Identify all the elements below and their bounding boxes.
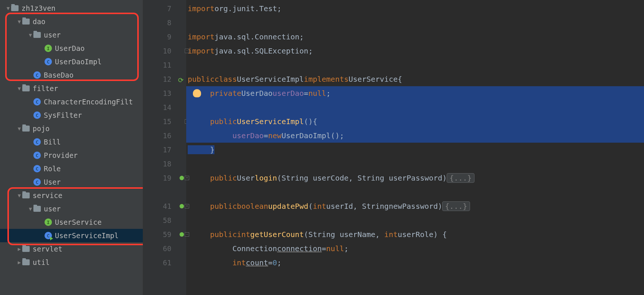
- folded-code-region[interactable]: {...}: [442, 201, 470, 211]
- tree-folder-dao[interactable]: dao: [0, 15, 143, 28]
- line-number[interactable]: 8: [143, 16, 186, 30]
- tree-label: User: [44, 178, 61, 186]
- class-icon: [33, 71, 41, 79]
- chevron-down-icon[interactable]: [16, 19, 22, 25]
- code-line[interactable]: int count = 0;: [186, 256, 644, 270]
- line-number[interactable]: 16: [143, 129, 186, 143]
- folder-icon: [22, 126, 30, 132]
- tree-folder-pojo[interactable]: pojo: [0, 122, 143, 135]
- line-number[interactable]: 9: [143, 30, 186, 44]
- line-number[interactable]: 18: [143, 157, 186, 171]
- tree-file-userdao[interactable]: UserDao: [0, 42, 143, 55]
- line-number[interactable]: 7: [143, 1, 186, 16]
- folded-code-region[interactable]: {...}: [447, 173, 474, 183]
- code-line[interactable]: public int getUserCount(String userName,…: [186, 227, 644, 241]
- tree-file-basedao[interactable]: BaseDao: [0, 68, 143, 82]
- line-number[interactable]: 12⟳: [143, 72, 186, 86]
- tree-label: servlet: [33, 245, 62, 253]
- chevron-down-icon[interactable]: [27, 32, 33, 38]
- chevron-down-icon[interactable]: [27, 206, 33, 212]
- line-number[interactable]: 61: [143, 256, 186, 270]
- tree-label: Provider: [44, 151, 78, 159]
- code-line[interactable]: public UserServiceImpl(){: [186, 114, 644, 129]
- tree-folder-service-user[interactable]: user: [0, 202, 143, 215]
- folder-icon: [22, 19, 30, 25]
- code-area[interactable]: import org.junit.Test; import java.sql.C…: [186, 0, 644, 295]
- tree-label: Bill: [44, 138, 61, 146]
- class-icon: [33, 152, 41, 159]
- tree-label: BaseDao: [44, 71, 73, 79]
- run-gutter-icon[interactable]: ⟳: [178, 76, 184, 82]
- code-line[interactable]: [186, 58, 644, 72]
- line-number[interactable]: 59−: [143, 227, 186, 241]
- class-icon: [33, 178, 41, 186]
- tree-file-user[interactable]: User: [0, 175, 143, 189]
- tree-root-folder[interactable]: zh1z3ven: [0, 1, 143, 15]
- project-tree-sidebar: zh1z3ven dao user UserDao UserDaoImpl Ba…: [0, 0, 143, 295]
- folder-icon: [22, 246, 30, 252]
- class-icon: [33, 165, 41, 172]
- chevron-right-icon[interactable]: [16, 259, 22, 265]
- code-editor[interactable]: 7 8 9 10− 11 12⟳ 13 14 15− 16 17 18 19+ …: [143, 0, 644, 295]
- tree-file-role[interactable]: Role: [0, 162, 143, 175]
- override-gutter-icon[interactable]: [180, 176, 184, 180]
- tree-label: util: [33, 258, 50, 266]
- tree-file-userservice[interactable]: UserService: [0, 215, 143, 229]
- line-number[interactable]: 58: [143, 213, 186, 227]
- code-line[interactable]: import org.junit.Test;: [186, 1, 644, 16]
- line-number[interactable]: 11: [143, 58, 186, 72]
- tree-file-charencfilter[interactable]: CharacterEncodingFilt: [0, 95, 143, 108]
- code-line[interactable]: [186, 100, 644, 114]
- class-icon: [45, 58, 52, 65]
- code-line[interactable]: Connection connection = null;: [186, 241, 644, 256]
- code-line[interactable]: private UserDao userDao = null;: [186, 86, 644, 100]
- tree-folder-dao-user[interactable]: user: [0, 28, 143, 42]
- tree-folder-service[interactable]: service: [0, 189, 143, 202]
- line-number[interactable]: 10−: [143, 44, 186, 58]
- tree-folder-servlet[interactable]: servlet: [0, 242, 143, 256]
- code-line[interactable]: [186, 16, 644, 30]
- line-number[interactable]: 14: [143, 100, 186, 114]
- override-gutter-icon[interactable]: [180, 232, 184, 237]
- chevron-down-icon[interactable]: [5, 5, 11, 11]
- chevron-down-icon[interactable]: [16, 126, 22, 132]
- line-number[interactable]: 15−: [143, 114, 186, 129]
- code-line[interactable]: public User login(String userCode, Strin…: [186, 171, 644, 185]
- tree-folder-filter[interactable]: filter: [0, 82, 143, 95]
- code-line[interactable]: }: [186, 143, 644, 157]
- folder-icon: [33, 206, 41, 212]
- tree-label: UserDaoImpl: [55, 58, 102, 66]
- tree-label: zh1z3ven: [22, 4, 56, 12]
- tree-file-bill[interactable]: Bill: [0, 135, 143, 149]
- tree-folder-util[interactable]: util: [0, 256, 143, 269]
- line-number[interactable]: 13: [143, 86, 186, 100]
- interface-icon: [45, 218, 52, 226]
- line-number[interactable]: 17: [143, 143, 186, 157]
- chevron-down-icon[interactable]: [16, 192, 22, 198]
- code-line[interactable]: import java.sql.Connection;: [186, 30, 644, 44]
- folder-icon: [22, 259, 30, 265]
- interface-icon: [45, 45, 52, 52]
- code-line[interactable]: [186, 185, 644, 199]
- code-line[interactable]: [186, 213, 644, 227]
- tree-file-sysfilter[interactable]: SysFilter: [0, 108, 143, 122]
- tree-label: Role: [44, 165, 61, 173]
- tree-label: UserDao: [55, 44, 85, 52]
- lightbulb-icon[interactable]: [193, 89, 201, 97]
- chevron-down-icon[interactable]: [16, 85, 22, 91]
- tree-file-provider[interactable]: Provider: [0, 149, 143, 162]
- chevron-right-icon[interactable]: [16, 246, 22, 252]
- override-gutter-icon[interactable]: [180, 204, 184, 208]
- code-line[interactable]: [186, 157, 644, 171]
- code-line[interactable]: userDao = new UserDaoImpl();: [186, 129, 644, 143]
- line-number[interactable]: 60: [143, 241, 186, 256]
- class-icon: [45, 232, 52, 239]
- tree-file-userdaoimpl[interactable]: UserDaoImpl: [0, 55, 143, 68]
- code-line[interactable]: public class UserServiceImpl implements …: [186, 72, 644, 86]
- code-line[interactable]: public boolean updatePwd(int userId, Str…: [186, 199, 644, 213]
- tree-file-userserviceimpl[interactable]: UserServiceImpl: [0, 229, 143, 242]
- line-number[interactable]: 19+: [143, 171, 186, 185]
- folder-icon: [22, 85, 30, 91]
- line-number[interactable]: 41+: [143, 199, 186, 213]
- code-line[interactable]: import java.sql.SQLException;: [186, 44, 644, 58]
